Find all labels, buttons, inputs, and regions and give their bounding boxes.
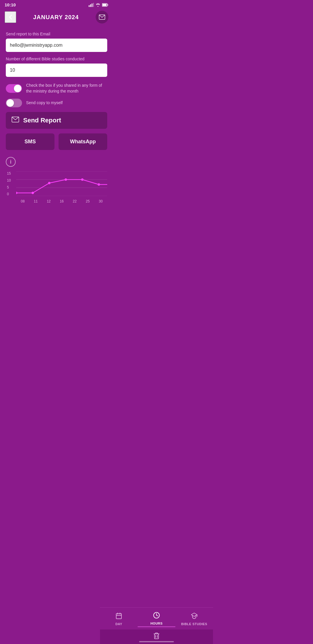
- ministry-toggle-row: Check the box if you shared in any form …: [6, 83, 107, 94]
- chevron-left-icon: [7, 14, 14, 20]
- svg-rect-1: [90, 4, 91, 7]
- svg-point-17: [81, 178, 83, 181]
- wifi-icon: [96, 3, 100, 7]
- svg-rect-5: [103, 4, 107, 6]
- signal-icon: [89, 3, 94, 7]
- sms-button[interactable]: SMS: [6, 133, 54, 150]
- svg-rect-2: [92, 3, 92, 7]
- y-label-5: 5: [7, 185, 11, 189]
- svg-point-15: [48, 182, 50, 184]
- back-button[interactable]: [5, 11, 16, 23]
- envelope-btn-icon: [12, 117, 19, 122]
- whatsapp-label: WhatsApp: [70, 139, 96, 144]
- y-label-15: 15: [7, 171, 11, 176]
- status-icons: [89, 3, 108, 7]
- header-title: JANUARY 2024: [33, 14, 79, 21]
- header-mail-button[interactable]: [96, 11, 108, 23]
- y-label-10: 10: [7, 178, 11, 182]
- svg-rect-3: [93, 3, 94, 7]
- envelope-header-icon: [99, 15, 105, 20]
- email-input[interactable]: [6, 39, 107, 52]
- x-label-25: 25: [86, 199, 90, 203]
- copy-toggle-thumb: [6, 99, 14, 107]
- sms-label: SMS: [24, 139, 36, 144]
- info-row: i: [6, 156, 107, 171]
- ministry-toggle[interactable]: [6, 84, 22, 93]
- send-report-button[interactable]: Send Report: [6, 112, 107, 129]
- x-label-11: 11: [34, 199, 38, 203]
- send-report-label: Send Report: [23, 117, 61, 124]
- svg-point-13: [16, 192, 17, 194]
- battery-icon: [102, 3, 108, 7]
- bible-studies-input[interactable]: [6, 64, 107, 77]
- ministry-toggle-track: [6, 84, 22, 93]
- share-buttons: SMS WhatsApp: [6, 133, 107, 150]
- chart-area: 15 10 5 0 08 11 12 16: [6, 171, 107, 203]
- whatsapp-button[interactable]: WhatsApp: [59, 133, 107, 150]
- main-content: Send report to this Email Number of diff…: [0, 27, 113, 208]
- x-label-16: 16: [60, 199, 63, 203]
- status-bar: 10:10: [0, 0, 113, 8]
- chart-x-labels: 08 11 12 16 22 25 30: [16, 199, 107, 203]
- svg-rect-6: [108, 4, 108, 6]
- x-label-22: 22: [73, 199, 77, 203]
- svg-rect-0: [89, 5, 90, 7]
- copy-toggle-track: [6, 99, 22, 107]
- copy-toggle-row: Send copy to myself: [6, 99, 107, 107]
- bible-studies-label: Number of different Bible studies conduc…: [6, 57, 107, 61]
- info-icon-text: i: [10, 159, 11, 165]
- chart-y-labels: 15 10 5 0: [6, 171, 12, 196]
- ministry-toggle-label: Check the box if you shared in any form …: [26, 83, 107, 94]
- email-label: Send report to this Email: [6, 32, 107, 36]
- y-label-0: 0: [7, 192, 11, 196]
- header: JANUARY 2024: [0, 8, 113, 27]
- chart-svg: [16, 171, 107, 196]
- svg-point-18: [98, 183, 100, 186]
- svg-point-14: [32, 192, 34, 194]
- svg-point-16: [65, 178, 67, 181]
- status-time: 10:10: [5, 2, 16, 7]
- x-label-30: 30: [99, 199, 103, 203]
- x-label-08: 08: [21, 199, 25, 203]
- copy-toggle[interactable]: [6, 99, 22, 107]
- info-button[interactable]: i: [6, 157, 16, 167]
- copy-toggle-label: Send copy to myself: [26, 100, 107, 106]
- send-report-icon: [12, 117, 19, 124]
- ministry-toggle-thumb: [14, 85, 21, 92]
- x-label-12: 12: [47, 199, 50, 203]
